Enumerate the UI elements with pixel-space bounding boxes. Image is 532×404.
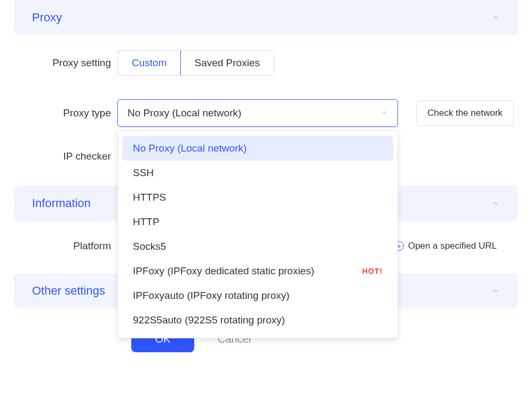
- proxy-setting-tabs: Custom Saved Proxies: [117, 50, 274, 76]
- proxy-type-select[interactable]: No Proxy (Local network): [117, 99, 398, 127]
- dropdown-option-label: IPFoxy (IPFoxy dedicated static proxies): [133, 265, 314, 277]
- dropdown-option-socks5[interactable]: Socks5: [122, 234, 393, 259]
- chevron-up-icon: [491, 199, 500, 208]
- proxy-type-dropdown: No Proxy (Local network) SSH HTTPS HTTP …: [117, 130, 398, 338]
- open-url-label: Open a specified URL: [408, 241, 497, 251]
- dropdown-option-label: SSH: [133, 167, 154, 179]
- dropdown-option-label: IPFoxyauto (IPFoxy rotating proxy): [133, 290, 290, 302]
- chevron-up-icon: [380, 107, 388, 119]
- chevron-up-icon: [491, 287, 500, 295]
- dropdown-option-no-proxy[interactable]: No Proxy (Local network): [122, 136, 393, 161]
- tab-saved-proxies[interactable]: Saved Proxies: [180, 51, 274, 75]
- accordion-other-settings-title: Other settings: [32, 284, 105, 298]
- proxy-type-selected-value: No Proxy (Local network): [128, 107, 241, 119]
- accordion-proxy-header[interactable]: Proxy: [14, 0, 518, 35]
- tab-custom[interactable]: Custom: [117, 50, 181, 76]
- check-network-button[interactable]: Check the network: [416, 100, 514, 126]
- proxy-type-row: Proxy type No Proxy (Local network) No P…: [14, 99, 518, 127]
- proxy-type-label: Proxy type: [28, 107, 117, 119]
- dropdown-option-ipfoxyauto[interactable]: IPFoxyauto (IPFoxy rotating proxy): [122, 283, 393, 308]
- proxy-setting-label: Proxy setting: [28, 57, 117, 69]
- accordion-information-title: Information: [32, 196, 91, 210]
- dropdown-option-label: 922S5auto (922S5 rotating proxy): [133, 314, 285, 326]
- dropdown-option-ipfoxy[interactable]: IPFoxy (IPFoxy dedicated static proxies)…: [122, 259, 393, 283]
- dropdown-option-ssh[interactable]: SSH: [122, 161, 393, 185]
- platform-label: Platform: [28, 240, 117, 252]
- dropdown-option-http[interactable]: HTTP: [122, 210, 393, 234]
- dropdown-option-922s5auto[interactable]: 922S5auto (922S5 rotating proxy): [122, 308, 393, 332]
- chevron-up-icon: [491, 13, 500, 22]
- dropdown-option-label: HTTPS: [133, 192, 166, 203]
- ip-checker-label: IP checker: [28, 150, 117, 162]
- dropdown-option-https[interactable]: HTTPS: [122, 185, 393, 210]
- dropdown-option-label: No Proxy (Local network): [133, 142, 247, 154]
- dropdown-option-label: Socks5: [133, 241, 166, 252]
- proxy-setting-row: Proxy setting Custom Saved Proxies: [14, 50, 518, 76]
- accordion-proxy-title: Proxy: [32, 11, 62, 25]
- hot-badge: HOT!: [362, 267, 383, 275]
- open-specified-url-button[interactable]: + Open a specified URL: [394, 241, 497, 251]
- dropdown-option-label: HTTP: [133, 216, 160, 228]
